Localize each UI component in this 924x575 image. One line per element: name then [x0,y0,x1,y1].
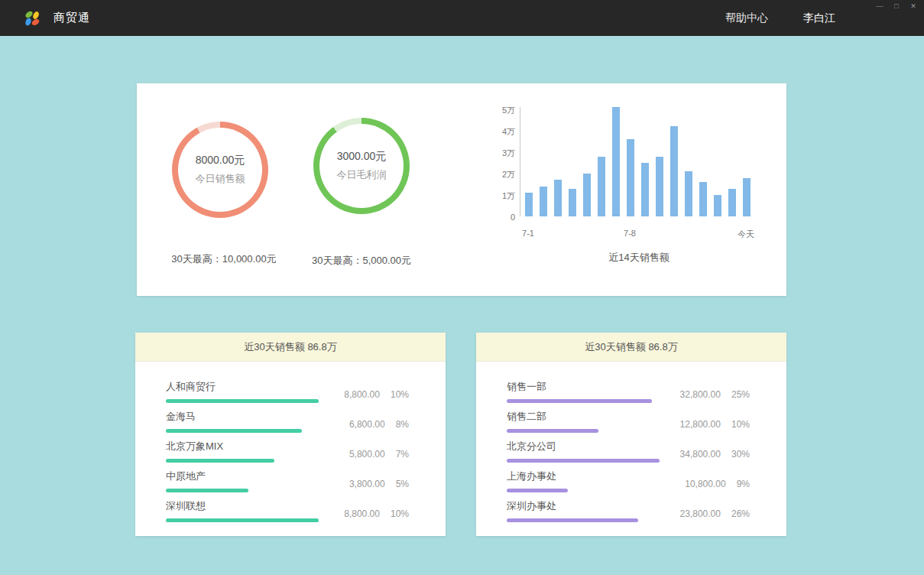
y-tick-label: 2万 [473,170,515,179]
app-logo-icon [23,9,41,28]
bar [641,163,649,216]
bar [728,189,736,216]
y-tick-label: 4万 [473,127,515,136]
today-profit-label: 今日毛利润 [337,168,387,182]
titlebar: 商贸通 帮助中心 李白江 — □ ✕ [0,0,924,36]
rank-row: 金海马 6,800.00 8% [166,403,409,433]
rank-item-amount: 34,800.00 [680,449,721,460]
rank-item-percent: 9% [737,479,750,489]
rank-item-amount: 6,800.00 [349,419,385,430]
bar [554,180,562,216]
rank-item-name: 深圳办事处 [507,499,660,513]
customer-rank-title: 近30天销售额 86.8万 [135,333,446,362]
bar [685,171,692,216]
rank-row: 北京分公司 34,800.00 30% [507,433,750,463]
rank-row: 北京万象MIX 5,800.00 7% [166,433,409,463]
rank-item-percent: 5% [396,479,409,489]
today-sales-donut-chart: 8000.00元 今日销售额 [172,122,268,218]
rank-item-percent: 8% [396,419,409,430]
rank-item-bar [166,489,248,492]
rank-row: 销售二部 12,800.00 10% [507,403,750,433]
rank-item-bar [166,429,302,433]
rank-item-amount: 8,800.00 [344,389,380,400]
bar [583,174,591,216]
x-tick-label: 7-8 [624,229,636,238]
app-window: 商贸通 帮助中心 李白江 — □ ✕ 8000.00元 今日销售额 30天最高：… [0,0,924,575]
close-button[interactable]: ✕ [909,2,918,11]
department-rank-title: 近30天销售额 86.8万 [476,333,786,362]
bar-y-axis: 5万4万3万2万1万0 [473,106,515,222]
rank-item-amount: 23,800.00 [680,508,721,519]
rank-row: 销售一部 32,800.00 25% [507,373,750,403]
rank-item-bar [166,459,274,463]
bar [627,139,634,216]
today-sales-label: 今日销售额 [196,172,245,186]
today-profit-value: 3000.00元 [337,150,387,164]
rank-item-name: 中原地产 [166,469,319,483]
minimize-button[interactable]: — [875,2,884,11]
rank-item-amount: 10,800.00 [685,479,725,489]
app-title: 商贸通 [53,11,90,25]
rank-row: 深圳联想 8,800.00 10% [166,492,409,522]
bar-plot [520,107,758,216]
rank-item-percent: 10% [391,508,409,519]
rank-item-name: 金海马 [166,410,319,424]
department-rank-card: 近30天销售额 86.8万 销售一部 32,800.00 25% 销售二部 1 [476,333,786,536]
rank-item-percent: 10% [731,419,750,430]
rank-item-percent: 30% [731,449,750,460]
rank-item-bar [507,518,638,522]
bar-x-labels: 7-17-8今天 [520,229,758,241]
username-menu[interactable]: 李白江 [803,11,835,25]
bar [598,157,605,216]
rank-item-amount: 12,800.00 [680,419,721,430]
rank-row: 中原地产 3,800.00 5% [166,463,409,492]
rank-item-percent: 7% [396,449,409,460]
bar [525,193,533,216]
window-controls: — □ ✕ [875,2,918,11]
rank-item-name: 上海办事处 [507,469,660,483]
rank-item-name: 北京分公司 [507,440,660,453]
rank-item-bar [507,459,660,463]
rank-item-bar [166,399,319,403]
y-tick-label: 3万 [473,148,515,158]
rank-item-percent: 25% [731,389,750,400]
rank-item-amount: 3,800.00 [349,479,385,489]
today-sales-value: 8000.00元 [196,154,245,167]
y-tick-label: 5万 [473,106,515,115]
bar-chart-caption: 近14天销售额 [520,251,758,265]
rank-item-amount: 8,800.00 [344,508,380,519]
maximize-button[interactable]: □ [892,2,901,11]
rank-item-percent: 26% [731,508,750,519]
rank-item-name: 深圳联想 [166,499,319,513]
help-center-link[interactable]: 帮助中心 [725,11,768,25]
customer-rank-card: 近30天销售额 86.8万 人和商贸行 8,800.00 10% 金海马 6, [135,333,446,536]
bar [569,189,576,216]
overview-card: 8000.00元 今日销售额 30天最高：10,000.00元 3000.00元… [137,83,786,296]
rank-item-name: 北京万象MIX [166,440,319,453]
bar [540,187,547,216]
rank-row: 人和商贸行 8,800.00 10% [166,373,409,403]
bar [699,182,707,216]
rank-item-percent: 10% [391,389,409,400]
rank-item-name: 销售一部 [507,380,660,394]
rank-item-bar [507,489,568,492]
rank-item-name: 销售二部 [507,410,660,424]
rank-row: 深圳办事处 23,800.00 26% [507,492,750,522]
rank-item-bar [507,399,652,403]
rank-item-name: 人和商贸行 [166,380,319,394]
x-tick-label: 今天 [738,229,754,240]
bar [612,107,620,216]
profit-30day-max: 30天最高：5,000.00元 [277,254,446,268]
rank-item-amount: 5,800.00 [349,449,385,460]
rank-item-amount: 32,800.00 [680,389,721,400]
x-tick-label: 7-1 [522,229,534,238]
bar [743,178,751,216]
bar [714,195,721,216]
bar [670,126,678,216]
today-profit-donut-chart: 3000.00元 今日毛利润 [313,118,410,214]
bar [656,157,663,216]
y-tick-label: 1万 [473,191,515,200]
rank-row: 上海办事处 10,800.00 9% [507,463,750,492]
y-tick-label: 0 [473,213,515,222]
rank-item-bar [507,429,598,433]
